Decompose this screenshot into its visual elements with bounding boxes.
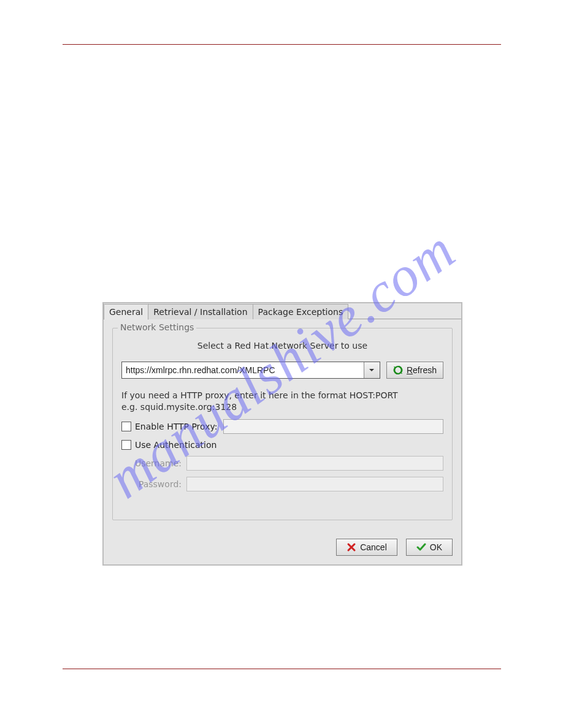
settings-dialog: General Retrieval / Installation Package… bbox=[102, 302, 462, 566]
tab-exceptions-label: Package Exceptions bbox=[258, 307, 343, 317]
general-panel: Network Settings Select a Red Hat Networ… bbox=[104, 319, 461, 531]
proxy-help-line2: e.g. squid.mysite.org:3128 bbox=[121, 401, 443, 413]
check-icon bbox=[416, 542, 426, 552]
tab-bar: General Retrieval / Installation Package… bbox=[104, 303, 461, 319]
cancel-button[interactable]: Cancel bbox=[336, 539, 397, 556]
tab-retrieval-label: Retrieval / Installation bbox=[153, 307, 247, 317]
network-settings-fieldset: Network Settings Select a Red Hat Networ… bbox=[112, 328, 453, 520]
username-row: Username: bbox=[121, 456, 443, 471]
use-auth-row: Use Authentication bbox=[121, 440, 443, 450]
server-combo bbox=[121, 362, 380, 379]
server-dropdown-button[interactable] bbox=[364, 362, 380, 378]
username-input bbox=[186, 456, 443, 471]
username-label: Username: bbox=[132, 458, 182, 468]
tab-retrieval-installation[interactable]: Retrieval / Installation bbox=[148, 304, 253, 319]
tab-general[interactable]: General bbox=[104, 304, 148, 319]
close-icon bbox=[347, 542, 356, 552]
enable-proxy-label: Enable HTTP Proxy: bbox=[135, 422, 217, 431]
network-settings-legend: Network Settings bbox=[118, 322, 196, 332]
password-label: Password: bbox=[132, 479, 182, 489]
use-auth-label: Use Authentication bbox=[135, 440, 216, 450]
password-row: Password: bbox=[121, 477, 443, 491]
chevron-down-icon bbox=[368, 366, 375, 374]
enable-proxy-checkbox[interactable] bbox=[121, 422, 131, 431]
ok-label: OK bbox=[430, 542, 442, 552]
password-input bbox=[186, 477, 443, 491]
proxy-help-text: If you need a HTTP proxy, enter it here … bbox=[121, 390, 443, 413]
server-select-label: Select a Red Hat Network Server to use bbox=[121, 341, 443, 351]
server-row: Refresh bbox=[121, 362, 443, 379]
proxy-help-line1: If you need a HTTP proxy, enter it here … bbox=[121, 390, 443, 401]
cancel-label: Cancel bbox=[360, 542, 387, 552]
refresh-label: Refresh bbox=[407, 365, 437, 375]
tab-package-exceptions[interactable]: Package Exceptions bbox=[253, 304, 349, 319]
refresh-button[interactable]: Refresh bbox=[386, 362, 443, 379]
tab-general-label: General bbox=[109, 307, 143, 317]
ok-button[interactable]: OK bbox=[406, 539, 453, 556]
use-auth-checkbox[interactable] bbox=[121, 440, 131, 450]
http-proxy-input bbox=[223, 419, 443, 434]
refresh-icon bbox=[393, 365, 403, 375]
enable-proxy-row: Enable HTTP Proxy: bbox=[121, 419, 443, 434]
server-input[interactable] bbox=[122, 362, 364, 378]
dialog-button-bar: Cancel OK bbox=[104, 531, 461, 564]
